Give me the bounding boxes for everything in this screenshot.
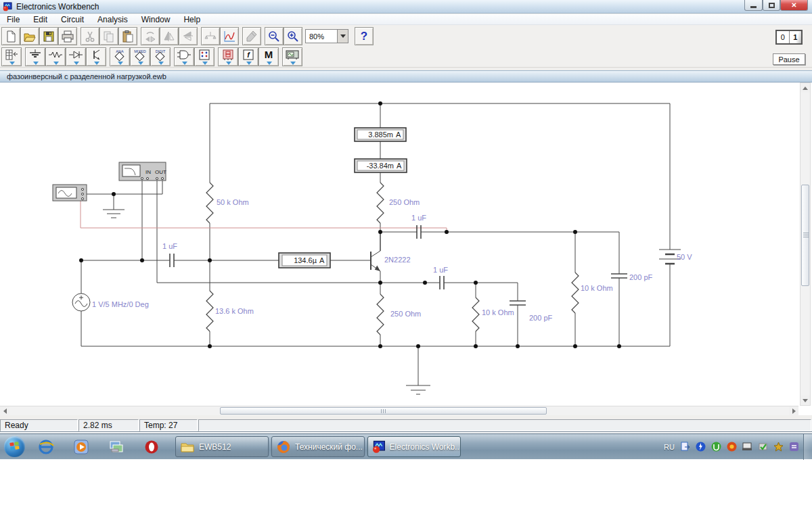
ewb-icon — [372, 440, 386, 454]
rotate-button[interactable] — [141, 27, 160, 45]
quicklaunch-internet-explorer[interactable] — [35, 437, 58, 457]
help-button[interactable]: ? — [355, 27, 374, 45]
tray-utorrent-icon[interactable] — [710, 442, 721, 452]
bin-controls[interactable]: f — [238, 47, 258, 66]
resistor-collector-250[interactable] — [377, 183, 384, 223]
quicklaunch-media-player[interactable] — [70, 437, 93, 457]
menu-file[interactable]: File — [0, 14, 26, 24]
zoom-dropdown-button[interactable] — [337, 30, 348, 43]
close-button[interactable]: ✕ — [780, 0, 808, 11]
copy-button[interactable] — [99, 27, 118, 45]
ammeter-collector-top[interactable]: 3.885m A — [355, 128, 406, 141]
taskbar-button-label: Технический фо... — [295, 442, 363, 452]
oscilloscope[interactable] — [53, 185, 87, 201]
scroll-down-arrow[interactable] — [800, 396, 810, 405]
flip-vertical-button[interactable] — [179, 27, 198, 45]
ammeter-collector-mid[interactable]: -33.84m A — [355, 159, 407, 172]
horizontal-scroll-thumb[interactable] — [220, 407, 547, 415]
label-battery: 50 V — [677, 253, 692, 261]
capacitor-load-top-200pf[interactable] — [611, 274, 627, 278]
save-button[interactable] — [39, 27, 58, 45]
taskbar-button-ewb512-folder[interactable]: EWB512 — [175, 436, 269, 457]
miscellaneous-icon: M — [261, 49, 277, 61]
bin-instruments[interactable] — [282, 47, 302, 66]
transistor-icon — [88, 49, 104, 61]
capacitor-input-1uf[interactable] — [170, 254, 174, 267]
taskbar-button-ewb-active[interactable]: Electronics Workb... — [367, 436, 461, 457]
schematic[interactable]: IN OUT 3.885m A -33.84m — [0, 83, 798, 406]
zoom-level-combo[interactable]: 80% — [305, 29, 348, 43]
menu-circuit[interactable]: Circuit — [54, 14, 91, 24]
circuit-canvas[interactable]: IN OUT 3.885m A -33.84m — [0, 83, 812, 415]
cut-button[interactable] — [81, 27, 99, 45]
quicklaunch-opera[interactable] — [140, 437, 163, 457]
pause-button[interactable]: Pause — [773, 53, 805, 65]
create-subcircuit-button[interactable] — [201, 27, 220, 45]
bin-analog-ics[interactable]: ANA — [110, 47, 130, 66]
bin-diodes[interactable] — [66, 47, 86, 66]
minimize-button[interactable] — [744, 0, 763, 11]
windows-flag-icon — [4, 436, 25, 457]
quicklaunch-photo-viewer[interactable] — [105, 437, 128, 457]
bin-sources[interactable] — [25, 47, 45, 66]
bin-digital[interactable] — [194, 47, 215, 66]
resistor-load-top-10k[interactable] — [572, 273, 579, 313]
zoom-out-button[interactable] — [265, 27, 284, 45]
menu-edit[interactable]: Edit — [26, 14, 54, 24]
display-graphs-button[interactable] — [220, 27, 239, 45]
instruments-icon — [284, 49, 300, 61]
resistor-emitter-250[interactable] — [377, 294, 384, 335]
bin-indicators[interactable] — [218, 47, 238, 66]
bode-plotter[interactable]: IN OUT — [119, 162, 166, 181]
app-icon — [3, 2, 12, 11]
component-properties-button[interactable] — [242, 27, 261, 45]
bin-logic-gates[interactable] — [174, 47, 194, 66]
tray-antivirus-icon[interactable] — [757, 442, 768, 452]
power-switch[interactable]: 0 1 — [775, 30, 803, 45]
bin-digital-ics[interactable]: DIGIT — [150, 47, 171, 66]
ac-source[interactable] — [72, 293, 90, 311]
tray-display-icon[interactable] — [742, 442, 752, 452]
title-bar[interactable]: Electronics Workbench ✕ — [0, 0, 812, 14]
start-button[interactable] — [4, 436, 25, 457]
properties-icon — [245, 30, 258, 43]
print-button[interactable] — [58, 27, 77, 45]
menu-help[interactable]: Help — [177, 14, 207, 24]
tray-punto-icon[interactable] — [788, 442, 799, 452]
menu-window[interactable]: Window — [135, 14, 177, 24]
resistor-load-bottom-10k[interactable] — [472, 298, 479, 331]
scroll-left-arrow[interactable] — [0, 406, 9, 415]
bin-basic[interactable] — [45, 47, 66, 66]
scroll-up-arrow[interactable] — [800, 83, 810, 93]
capacitor-output-top-1uf[interactable] — [417, 225, 421, 239]
bin-transistors[interactable] — [86, 47, 106, 66]
capacitor-output-bottom-1uf[interactable] — [440, 276, 444, 289]
open-button[interactable] — [20, 27, 39, 45]
bin-miscellaneous[interactable]: M — [258, 47, 279, 66]
tray-star-icon[interactable] — [773, 442, 784, 452]
transistor-2n2222[interactable] — [371, 232, 380, 271]
flip-horizontal-button[interactable] — [160, 27, 179, 45]
resistor-50k[interactable] — [206, 183, 213, 223]
show-desktop-button[interactable] — [803, 434, 812, 460]
tray-document-icon[interactable] — [679, 442, 690, 452]
capacitor-load-bottom-200pf[interactable] — [510, 301, 526, 305]
resistor-13-6k[interactable] — [206, 291, 213, 331]
tray-lightning-icon[interactable] — [695, 442, 706, 452]
bin-favorites[interactable] — [1, 47, 22, 66]
vertical-scrollbar[interactable] — [800, 83, 811, 406]
scroll-right-arrow[interactable] — [789, 406, 798, 415]
ammeter-base[interactable]: 134.6µ A — [279, 253, 330, 268]
zoom-in-button[interactable] — [284, 27, 302, 45]
vertical-scroll-thumb[interactable] — [801, 185, 809, 286]
language-indicator[interactable]: RU — [664, 443, 675, 451]
new-button[interactable] — [1, 27, 20, 45]
maximize-button[interactable] — [763, 0, 780, 11]
bin-mixed-ics[interactable]: MIXED — [130, 47, 150, 66]
tray-agent-icon[interactable] — [726, 442, 737, 452]
taskbar-button-firefox[interactable]: Технический фо... — [271, 436, 365, 457]
menu-analysis[interactable]: Analysis — [91, 14, 135, 24]
parts-bin-toolbar: ANA MIXED DIGIT — [0, 47, 812, 68]
horizontal-scrollbar[interactable] — [0, 406, 798, 415]
paste-button[interactable] — [118, 27, 137, 45]
